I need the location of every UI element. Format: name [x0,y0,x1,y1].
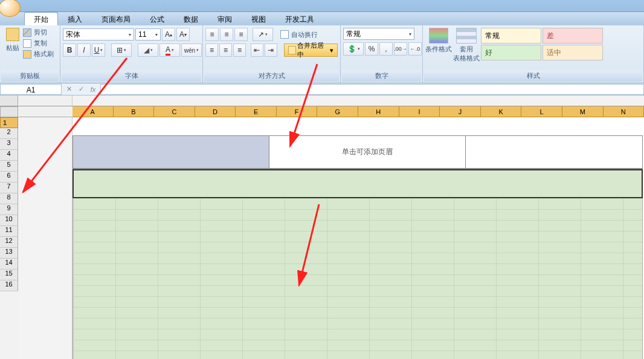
tab-dev[interactable]: 开发工具 [275,12,324,25]
column-header[interactable]: K [481,106,522,117]
row-header[interactable]: 13 [0,248,18,259]
tab-formula[interactable]: 公式 [140,12,174,25]
decrease-decimal-button[interactable]: ←.0 [408,42,422,56]
column-header[interactable]: G [317,106,358,117]
align-left-button[interactable]: ≡ [205,44,218,57]
cancel-icon[interactable]: ✕ [64,85,74,94]
row-header[interactable]: 16 [0,280,18,291]
confirm-icon[interactable]: ✓ [76,85,86,94]
ruler-vertical[interactable] [18,117,72,359]
font-color-button[interactable]: A▾ [159,44,180,57]
row-header[interactable]: 10 [0,215,18,226]
row-header[interactable]: 1 [0,117,18,128]
tab-page-layout[interactable]: 页面布局 [92,12,140,25]
tab-review[interactable]: 审阅 [208,12,242,25]
ruler-horizontal[interactable] [72,95,644,106]
wrap-text-button[interactable]: 自动换行 [280,30,318,39]
bold-button[interactable]: B [63,44,76,57]
fx-button[interactable]: fx [88,85,98,94]
align-top-button[interactable]: ≡ [205,28,219,41]
merged-cell-a1n1[interactable] [72,169,643,198]
border-button[interactable]: ⊞▾ [111,44,132,57]
row-header[interactable]: 9 [0,204,18,215]
column-header[interactable]: F [277,106,318,117]
row-header[interactable]: 3 [0,139,18,150]
comma-button[interactable]: , [379,42,393,56]
conditional-format-button[interactable]: 条件格式 [425,28,452,54]
page-header-zone[interactable]: 单击可添加页眉 [72,135,643,169]
row-header[interactable]: 6 [0,172,18,183]
header-center-section[interactable]: 单击可添加页眉 [269,135,466,169]
spreadsheet-grid[interactable] [72,198,643,359]
column-header[interactable]: A [72,106,114,117]
paste-button[interactable]: 粘贴 [2,28,23,53]
align-right-button[interactable]: ≡ [233,44,246,57]
fill-color-button[interactable]: ◢▾ [138,44,158,57]
cond-format-icon [429,28,448,44]
header-right-section[interactable] [466,135,643,169]
select-all-corner[interactable] [0,106,18,117]
ribbon-tabs: 开始 插入 页面布局 公式 数据 审阅 视图 开发工具 [0,12,644,25]
decrease-font-button[interactable]: A▾ [176,28,190,41]
row-headers[interactable]: 12345678910111213141516 [0,117,18,359]
row-header[interactable]: 7 [0,183,18,193]
column-header[interactable]: C [154,106,195,117]
row-header[interactable]: 15 [0,270,18,280]
cut-button[interactable]: 剪切 [23,28,54,37]
align-center-button[interactable]: ≡ [219,44,232,57]
table-format-icon [456,28,477,44]
column-headers[interactable]: ABCDEFGHIJKLMN [72,106,644,117]
name-box[interactable]: A1 [0,84,62,95]
formula-input[interactable] [100,84,644,95]
style-bad[interactable]: 差 [543,28,603,44]
row-header[interactable]: 12 [0,237,18,248]
column-header[interactable]: L [521,106,562,117]
orientation-button[interactable]: ↗▾ [253,28,273,41]
currency-button[interactable]: 💲▾ [343,42,364,56]
format-painter-button[interactable]: 格式刷 [23,50,54,59]
tab-start[interactable]: 开始 [24,12,58,25]
wrap-icon [280,30,289,39]
column-header[interactable]: N [604,106,644,117]
number-group-label: 数字 [342,70,421,82]
row-header[interactable]: 8 [0,193,18,204]
decrease-indent-button[interactable]: ⇤ [251,44,263,57]
style-mid[interactable]: 适中 [543,45,603,60]
column-header[interactable]: E [236,106,277,117]
align-bottom-button[interactable]: ≡ [234,28,248,41]
column-header[interactable]: M [562,106,604,117]
ruler-corner [0,95,18,106]
row-header[interactable]: 11 [0,226,18,237]
number-format-select[interactable]: 常规▾ [343,28,414,40]
row-header[interactable]: 14 [0,259,18,270]
font-name-select[interactable]: 宋体▾ [63,28,134,40]
align-middle-button[interactable]: ≡ [220,28,233,41]
row-header[interactable]: 5 [0,161,18,172]
phonetic-button[interactable]: wén▾ [181,44,202,57]
row-header[interactable]: 2 [0,128,18,139]
chevron-down-icon: ▾ [330,47,333,54]
tab-insert[interactable]: 插入 [58,12,92,25]
italic-button[interactable]: I [77,44,91,57]
header-left-section[interactable] [72,135,269,169]
column-header[interactable]: H [358,106,399,117]
column-header[interactable]: B [114,106,155,117]
column-header[interactable]: I [399,106,440,117]
column-header[interactable]: J [440,106,481,117]
font-size-select[interactable]: 11▾ [135,28,161,40]
increase-indent-button[interactable]: ⇥ [265,44,277,57]
paste-label: 粘贴 [6,44,19,53]
style-good[interactable]: 好 [481,45,541,60]
table-format-button[interactable]: 套用 表格格式 [453,28,480,63]
row-header[interactable]: 4 [0,150,18,161]
percent-button[interactable]: % [365,42,378,56]
tab-data[interactable]: 数据 [174,12,208,25]
underline-button[interactable]: U▾ [92,44,105,57]
style-normal[interactable]: 常规 [481,28,541,44]
tab-view[interactable]: 视图 [242,12,275,25]
copy-button[interactable]: 复制 [23,39,54,48]
merge-center-button[interactable]: 合并后居中▾ [284,44,338,57]
increase-decimal-button[interactable]: .00→ [394,42,407,56]
column-header[interactable]: D [195,106,236,117]
increase-font-button[interactable]: A▴ [162,28,175,41]
